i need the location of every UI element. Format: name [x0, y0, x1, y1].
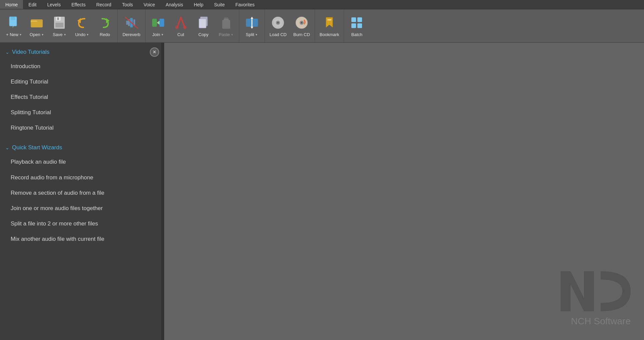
redo-icon — [97, 15, 113, 31]
toolbar-btn-undo[interactable]: Undo▾ — [71, 11, 93, 41]
toolbar-btn-label-cut: Cut — [178, 32, 184, 37]
save-dropdown-arrow[interactable]: ▾ — [63, 33, 66, 36]
svg-rect-27 — [224, 19, 229, 20]
svg-rect-16 — [152, 19, 157, 27]
toolbar-btn-label-batch: Batch — [351, 32, 362, 37]
toolbar-btn-label-dereverb: Dereverb — [122, 32, 140, 37]
sidebar-section-header-quick-start[interactable]: ⌄Quick Start Wizards — [0, 141, 164, 154]
svg-point-34 — [277, 22, 279, 23]
sidebar-item-split-file[interactable]: Split a file into 2 or more other files — [0, 216, 164, 231]
bookmark-icon — [321, 15, 337, 31]
toolbar-btn-split[interactable]: Split▾ — [241, 11, 263, 41]
toolbar-btn-burn-cd[interactable]: Burn CD — [290, 11, 313, 41]
toolbar-btn-dereverb[interactable]: Dereverb — [119, 11, 143, 41]
svg-rect-39 — [327, 19, 331, 20]
toolbar-group: Batch — [344, 9, 369, 42]
toolbar-btn-redo[interactable]: Redo — [93, 11, 116, 41]
menu-item-suite[interactable]: Suite — [209, 0, 230, 9]
toolbar-btn-join[interactable]: Join▾ — [147, 11, 170, 41]
toolbar-btn-label-new: + New — [6, 32, 18, 37]
sidebar-close-button[interactable]: × — [150, 47, 159, 57]
open-icon — [29, 15, 45, 31]
sidebar-section-header-video-tutorials[interactable]: ⌄Video Tutorials — [0, 45, 164, 59]
sidebar-item-remove-section[interactable]: Remove a section of audio from a file — [0, 185, 164, 201]
toolbar-group: Dereverb — [118, 9, 145, 42]
sidebar: × ⌄Video TutorialsIntroductionEditing Tu… — [0, 43, 164, 340]
toolbar-btn-label-join: Join — [152, 32, 160, 37]
toolbar-btn-label-load-cd: Load CD — [270, 32, 287, 37]
split-dropdown-arrow[interactable]: ▾ — [255, 33, 258, 36]
svg-marker-18 — [157, 21, 159, 25]
sidebar-item-ringtone-tutorial[interactable]: Ringtone Tutorial — [0, 120, 164, 136]
sidebar-section-label-quick-start: Quick Start Wizards — [12, 144, 62, 151]
sidebar-item-splitting-tutorial[interactable]: Splitting Tutorial — [0, 105, 164, 120]
svg-rect-8 — [57, 17, 59, 20]
svg-rect-40 — [351, 17, 356, 22]
new-dropdown-arrow[interactable]: ▾ — [19, 33, 22, 36]
svg-rect-12 — [126, 21, 128, 25]
svg-marker-31 — [251, 27, 253, 29]
toolbar-btn-bookmark[interactable]: Bookmark — [316, 11, 343, 41]
toolbar-btn-new[interactable]: ♪+ New▾ — [3, 11, 25, 41]
toolbar-btn-label-bookmark: Bookmark — [320, 32, 339, 37]
sidebar-item-introduction[interactable]: Introduction — [0, 59, 164, 74]
batch-icon — [349, 15, 365, 31]
toolbar-btn-label-paste: Paste — [219, 32, 230, 37]
workspace: NCH Software — [164, 43, 644, 340]
sidebar-item-record-mic[interactable]: Record audio from a microphone — [0, 170, 164, 185]
menu-item-analysis[interactable]: Analysis — [160, 0, 189, 9]
paste-dropdown-arrow[interactable]: ▾ — [231, 33, 234, 36]
menu-item-tools[interactable]: Tools — [117, 0, 138, 9]
toolbar-btn-open[interactable]: Open▾ — [25, 11, 48, 41]
toolbar-btn-cut[interactable]: Cut — [170, 11, 192, 41]
menu-item-voice[interactable]: Voice — [138, 0, 160, 9]
video-tutorials-chevron-icon: ⌄ — [5, 49, 9, 55]
dereverb-icon — [123, 15, 139, 31]
sidebar-item-effects-tutorial[interactable]: Effects Tutorial — [0, 90, 164, 105]
toolbar-btn-label-save: Save — [53, 32, 63, 37]
svg-point-38 — [301, 22, 302, 23]
svg-marker-30 — [251, 17, 253, 19]
nch-logo-icon — [557, 268, 631, 315]
split-icon — [244, 15, 260, 31]
join-dropdown-arrow[interactable]: ▾ — [161, 33, 164, 36]
sidebar-item-editing-tutorial[interactable]: Editing Tutorial — [0, 74, 164, 90]
toolbar-group: Join▾CutCopyPaste▾ — [145, 9, 239, 42]
toolbar-group: ♪+ New▾Open▾Save▾Undo▾Redo — [1, 9, 118, 42]
menu-item-record[interactable]: Record — [91, 0, 117, 9]
open-dropdown-arrow[interactable]: ▾ — [41, 33, 44, 36]
toolbar-btn-label-open: Open — [30, 32, 40, 37]
menu-item-levels[interactable]: Levels — [42, 0, 66, 9]
svg-rect-41 — [357, 17, 362, 22]
menu-item-edit[interactable]: Edit — [23, 0, 42, 9]
sidebar-item-playback[interactable]: Playback an audio file — [0, 154, 164, 170]
join-icon — [150, 15, 166, 31]
quick-start-chevron-icon: ⌄ — [5, 145, 9, 150]
svg-rect-7 — [55, 23, 63, 27]
undo-dropdown-arrow[interactable]: ▾ — [86, 33, 89, 36]
toolbar-btn-save[interactable]: Save▾ — [48, 11, 71, 41]
nch-logo: NCH Software — [557, 268, 631, 327]
toolbar-group: Bookmark — [315, 9, 344, 42]
toolbar-btn-copy[interactable]: Copy — [192, 11, 215, 41]
menu-item-home[interactable]: Home — [0, 0, 23, 9]
paste-icon — [218, 15, 234, 31]
sidebar-scrollbar[interactable] — [161, 43, 164, 340]
toolbar-btn-batch[interactable]: Batch — [345, 11, 368, 41]
sidebar-section-quick-start: ⌄Quick Start WizardsPlayback an audio fi… — [0, 138, 164, 249]
copy-icon — [196, 15, 212, 31]
sidebar-section-label-video-tutorials: Video Tutorials — [12, 49, 49, 55]
toolbar-btn-label-copy: Copy — [199, 32, 209, 37]
toolbar-btn-load-cd[interactable]: Load CD — [266, 11, 290, 41]
menu-item-effects[interactable]: Effects — [66, 0, 91, 9]
toolbar: ♪+ New▾Open▾Save▾Undo▾RedoDereverbJoin▾C… — [0, 9, 644, 43]
load-cd-icon — [270, 15, 286, 31]
burn-cd-icon — [294, 15, 310, 31]
svg-text:♪: ♪ — [12, 23, 14, 28]
menu-item-help[interactable]: Help — [189, 0, 209, 9]
sidebar-section-video-tutorials: ⌄Video TutorialsIntroductionEditing Tuto… — [0, 43, 164, 138]
sidebar-item-mix-files[interactable]: Mix another audio file with current file — [0, 231, 164, 247]
toolbar-btn-label-redo: Redo — [100, 32, 110, 37]
sidebar-item-join-files[interactable]: Join one or more audio files together — [0, 201, 164, 216]
menu-item-favorites[interactable]: Favorites — [230, 0, 260, 9]
